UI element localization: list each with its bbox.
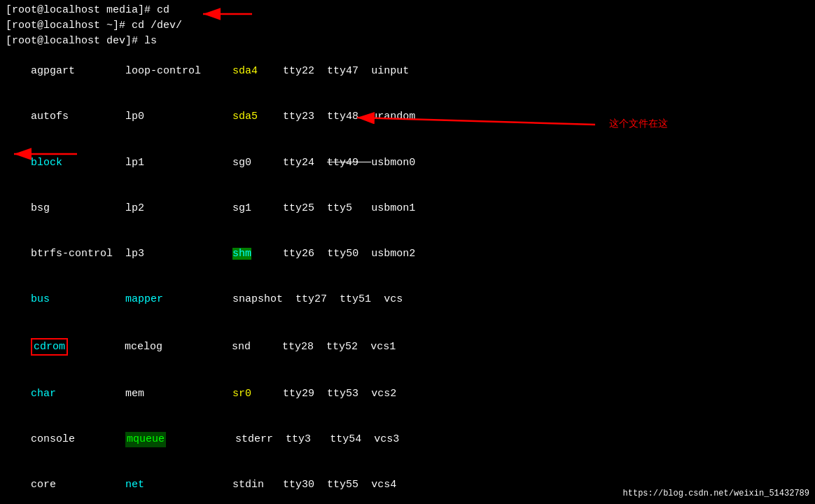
ls-row-4: bsg lp2 sg1 tty25 tty5 usbmon1 <box>6 186 809 231</box>
terminal-line-1: [root@localhost media]# cd <box>6 3 809 18</box>
mqueue-item: mqueue <box>125 432 166 447</box>
annotation-text: 这个文件在这 <box>609 118 668 130</box>
terminal-line-3: [root@localhost dev]# ls <box>6 34 809 49</box>
terminal: [root@localhost media]# cd [root@localho… <box>0 0 815 504</box>
terminal-line-2: [root@localhost ~]# cd /dev/ <box>6 18 809 34</box>
url-text: https://blog.csdn.net/weixin_51432789 <box>623 489 809 498</box>
ls-row-5: btrfs-control lp3 shm tty26 tty50 usbmon… <box>6 231 809 276</box>
ls-row-3: block lp1 sg0 tty24 tty49 usbmon0 <box>6 140 809 186</box>
ls-row-8: char mem sr0 tty29 tty53 vcs2 <box>6 371 809 416</box>
ls-row-1: agpgart loop-control sda4 tty22 tty47 ui… <box>6 48 809 94</box>
ls-row-6: bus mapper snapshot tty27 tty51 vcs <box>6 277 809 323</box>
ls-row-9: console mqueue stderr tty3 tty54 vcs3 <box>6 416 809 462</box>
cdrom-item: cdrom <box>31 338 68 356</box>
ls-row-2: autofs lp0 sda5 tty23 tty48 urandom <box>6 94 809 140</box>
ls-row-7: cdrom mcelog snd tty28 tty52 vcs1 <box>6 323 809 371</box>
